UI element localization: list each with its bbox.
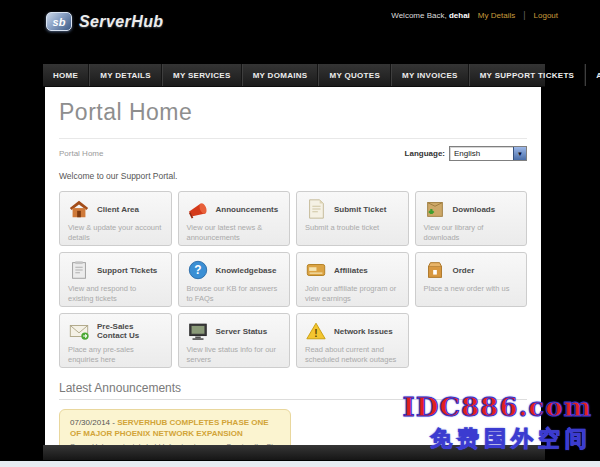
announcement-date: 07/30/2014 [70, 418, 110, 427]
nav-item-my-details[interactable]: MY DETAILS [89, 64, 162, 86]
my-details-link[interactable]: My Details [478, 11, 515, 20]
svg-text:?: ? [194, 263, 201, 277]
tile-knowledgebase[interactable]: ? Knowledgebase Browse our KB for answer… [178, 252, 291, 307]
tile-order[interactable]: Order Place a new order with us [415, 252, 528, 307]
megaphone-icon [187, 198, 209, 220]
tile-title: Downloads [453, 205, 496, 214]
tile-description: Read about current and scheduled network… [305, 345, 400, 365]
tile-pre-sales-contact-us[interactable]: Pre-Sales Contact Us Place any pre-sales… [59, 313, 172, 368]
welcome-text: Welcome Back, dehai [391, 11, 470, 20]
logout-link[interactable]: Logout [534, 11, 558, 20]
tile-description: View & update your account details [68, 223, 163, 243]
tile-description: View our library of downloads [424, 223, 519, 243]
breadcrumb-row: Portal Home Language: English ▼ [59, 139, 527, 167]
main-container: HOME MY DETAILS MY SERVICES MY DOMAINS M… [43, 64, 545, 460]
tile-downloads[interactable]: Downloads View our library of downloads [415, 191, 528, 246]
nav-item-home[interactable]: HOME [43, 64, 89, 86]
tile-server-status[interactable]: Server Status View live status info for … [178, 313, 291, 368]
tile-announcements[interactable]: Announcements View our latest news & ann… [178, 191, 291, 246]
tile-description: Browse our KB for answers to FAQs [187, 284, 282, 304]
tile-client-area[interactable]: Client Area View & update your account d… [59, 191, 172, 246]
tile-network-issues[interactable]: ! Network Issues Read about current and … [296, 313, 409, 368]
announcement-excerpt: ServerHub, a privately held Infrastructu… [70, 442, 280, 445]
nav-item-my-services[interactable]: MY SERVICES [162, 64, 242, 86]
language-selected-value: English [450, 147, 513, 160]
envelope-icon [68, 320, 90, 342]
nav-item-affiliates[interactable]: AFFILIATES [585, 64, 600, 86]
tile-submit-ticket[interactable]: Submit Ticket Submit a trouble ticket [296, 191, 409, 246]
announcement-item[interactable]: 07/30/2014 - SERVERHUB COMPLETES PHASE O… [59, 409, 291, 445]
svg-text:!: ! [314, 328, 317, 339]
chevron-down-icon[interactable]: ▼ [513, 147, 526, 160]
tile-description: Submit a trouble ticket [305, 223, 400, 233]
box-icon [424, 259, 446, 281]
ticket-icon [305, 198, 327, 220]
tile-title: Support Tickets [97, 266, 157, 275]
tile-description: View our latest news & announcements [187, 223, 282, 243]
tile-title: Submit Ticket [334, 205, 386, 214]
notes-icon [68, 259, 90, 281]
welcome-message: Welcome to our Support Portal. [59, 171, 527, 181]
tile-description: View and respond to existing tickets [68, 284, 163, 304]
page-title: Portal Home [59, 87, 527, 139]
tile-title: Order [453, 266, 475, 275]
announcement-separator: - [112, 418, 115, 427]
bottom-strip [0, 461, 600, 467]
language-group: Language: English ▼ [405, 146, 527, 161]
house-icon [68, 198, 90, 220]
serverhub-logo[interactable]: sb ServerHub [46, 12, 164, 31]
warning-icon: ! [305, 320, 327, 342]
tile-title: Pre-Sales Contact Us [97, 322, 163, 340]
tile-description: View live status info for our servers [187, 345, 282, 365]
tile-title: Client Area [97, 205, 139, 214]
user-area: Welcome Back, dehai My Details | Logout [391, 10, 558, 20]
tile-support-tickets[interactable]: Support Tickets View and respond to exis… [59, 252, 172, 307]
tile-description: Place any pre-sales enquiries here [68, 345, 163, 365]
card-icon [305, 259, 327, 281]
tile-title: Server Status [216, 327, 268, 336]
tile-title: Network Issues [334, 327, 393, 336]
username: dehai [449, 11, 470, 20]
language-select[interactable]: English ▼ [449, 146, 527, 161]
link-separator: | [523, 10, 525, 20]
nav-item-my-quotes[interactable]: MY QUOTES [318, 64, 391, 86]
downloads-icon [424, 198, 446, 220]
tile-title: Knowledgebase [216, 266, 277, 275]
question-icon: ? [187, 259, 209, 281]
breadcrumb[interactable]: Portal Home [59, 149, 103, 158]
tile-affiliates[interactable]: Affiliates Join our affiliate program or… [296, 252, 409, 307]
announcement-title-line: 07/30/2014 - SERVERHUB COMPLETES PHASE O… [70, 418, 280, 440]
tile-title: Announcements [216, 205, 279, 214]
server-icon [187, 320, 209, 342]
nav-item-my-domains[interactable]: MY DOMAINS [242, 64, 319, 86]
main-nav: HOME MY DETAILS MY SERVICES MY DOMAINS M… [43, 64, 545, 87]
tile-description: Place a new order with us [424, 284, 519, 294]
content-area: Portal Home Portal Home Language: Englis… [45, 87, 541, 445]
portal-tiles-grid: Client Area View & update your account d… [59, 191, 527, 368]
nav-item-my-support-tickets[interactable]: MY SUPPORT TICKETS [469, 64, 586, 86]
serverhub-logo-icon: sb [46, 12, 72, 31]
brand-name: ServerHub [79, 13, 164, 31]
footer-bar [43, 445, 545, 460]
language-label: Language: [405, 149, 445, 158]
tile-title: Affiliates [334, 266, 368, 275]
nav-item-my-invoices[interactable]: MY INVOICES [391, 64, 469, 86]
announcements-heading: Latest Announcements [59, 381, 527, 400]
top-header: sb ServerHub Welcome Back, dehai My Deta… [0, 0, 600, 62]
tile-description: Join our affiliate program or view earni… [305, 284, 400, 304]
